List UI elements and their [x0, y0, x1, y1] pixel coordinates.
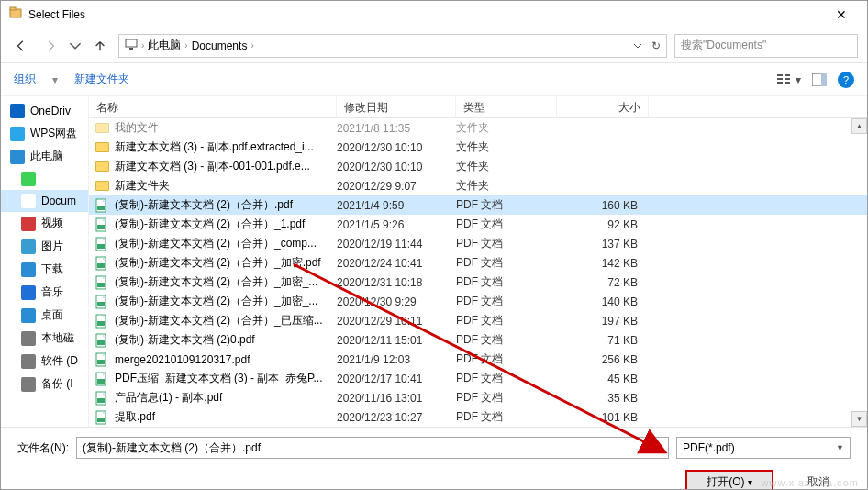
sidebar-item-icon [21, 217, 36, 231]
file-row[interactable]: (复制)-新建文本文档 (2)（合并）.pdf2021/1/4 9:59PDF … [89, 195, 867, 215]
close-button[interactable]: ✕ [823, 7, 860, 22]
file-size: 72 KB [557, 276, 643, 289]
file-row[interactable]: 新建文本文档 (3) - 副本-001-001.pdf.e...2020/12/… [89, 157, 867, 176]
sidebar-item-icon [21, 239, 36, 254]
file-row[interactable]: (复制)-新建文本文档 (2)0.pdf2020/12/11 15:01PDF … [89, 330, 867, 350]
file-name: 产品信息(1) - 副本.pdf [115, 390, 222, 406]
title-bar: Select Files ✕ [1, 1, 867, 28]
sidebar-item[interactable]: 软件 (D [1, 350, 88, 373]
file-size: 142 KB [557, 257, 643, 270]
svg-rect-8 [785, 78, 790, 80]
file-size: 197 KB [557, 315, 643, 328]
file-type: PDF 文档 [456, 255, 557, 271]
svg-rect-5 [777, 78, 783, 80]
file-row[interactable]: (复制)-新建文本文档 (2)（合并）_comp...2020/12/19 11… [89, 234, 867, 253]
sidebar-item-label: 下载 [41, 262, 63, 277]
sidebar-item[interactable]: OneDriv [1, 100, 88, 122]
file-name: (复制)-新建文本文档 (2)（合并）_加密_... [115, 294, 317, 309]
file-row[interactable]: 我的文件2021/1/8 11:35文件夹 [89, 118, 867, 138]
file-row[interactable]: (复制)-新建文本文档 (2)（合并）_已压缩...2020/12/29 10:… [89, 311, 867, 330]
address-dropdown[interactable] [633, 41, 642, 50]
sidebar-item[interactable]: 下载 [1, 258, 88, 281]
pdf-file-icon [95, 256, 109, 271]
file-name: (复制)-新建文本文档 (2)（合并）_已压缩... [115, 313, 323, 329]
computer-icon [125, 38, 138, 53]
file-date: 2020/12/30 10:10 [337, 141, 456, 154]
file-row[interactable]: 新建文件夹2020/12/29 9:07文件夹 [89, 176, 867, 195]
file-size: 45 KB [557, 373, 643, 385]
file-row[interactable]: 新建文本文档 (3) - 副本.pdf.extracted_i...2020/1… [89, 138, 867, 157]
breadcrumb-segment[interactable]: Documents [192, 39, 248, 52]
column-date[interactable]: 修改日期 [337, 96, 456, 117]
pdf-file-icon [95, 333, 109, 348]
preview-pane-button[interactable] [812, 73, 827, 86]
file-row[interactable]: (复制)-新建文本文档 (2)（合并）_1.pdf2021/1/5 9:26PD… [89, 215, 867, 234]
file-row[interactable]: (复制)-新建文本文档 (2)（合并）_加密_...2020/12/30 9:2… [89, 292, 867, 311]
file-row[interactable]: (复制)-新建文本文档 (2)（合并）_加密_...2020/12/31 10:… [89, 273, 867, 292]
pdf-file-icon [95, 352, 109, 367]
sidebar-item[interactable]: 此电脑 [1, 145, 88, 168]
address-bar[interactable]: › 此电脑 › Documents › ↻ [118, 34, 667, 58]
file-name: (复制)-新建文本文档 (2)（合并）.pdf [115, 197, 293, 213]
column-size[interactable]: 大小 [557, 96, 649, 117]
sidebar-item-icon [21, 308, 36, 323]
sidebar-item-label: 音乐 [41, 284, 63, 300]
view-options-button[interactable]: ▾ [777, 73, 801, 86]
sidebar-item[interactable]: 视频 [1, 212, 88, 235]
sidebar-item-label: 软件 (D [41, 353, 78, 369]
sidebar-item-label: OneDriv [30, 105, 71, 117]
file-name: (复制)-新建文本文档 (2)（合并）_加密_... [115, 274, 317, 290]
file-type-filter[interactable]: PDF(*.pdf) ▼ [676, 437, 851, 459]
sidebar-item[interactable]: Docum [1, 190, 88, 212]
new-folder-button[interactable]: 新建文件夹 [74, 72, 129, 87]
back-button[interactable] [10, 35, 32, 57]
file-name: (复制)-新建文本文档 (2)（合并）_加密.pdf [115, 255, 321, 271]
chevron-right-icon: › [184, 40, 187, 50]
file-type: PDF 文档 [456, 236, 557, 251]
file-row[interactable]: merge20210109120317.pdf2021/1/9 12:03PDF… [89, 350, 867, 369]
file-name: (复制)-新建文本文档 (2)（合并）_comp... [115, 236, 317, 251]
file-size: 137 KB [557, 238, 643, 251]
file-list: ▲ ▼ 我的文件2021/1/8 11:35文件夹新建文本文档 (3) - 副本… [89, 118, 867, 427]
file-type: PDF 文档 [456, 313, 557, 329]
column-name[interactable]: 名称 [89, 96, 337, 117]
sidebar-item-label: 本地磁 [41, 330, 74, 346]
dialog-footer: 文件名(N): PDF(*.pdf) ▼ 打开(O) ▾ 取消 [1, 427, 867, 490]
file-date: 2020/12/23 10:27 [337, 411, 456, 424]
file-date: 2020/12/29 10:11 [337, 315, 456, 328]
file-type: PDF 文档 [456, 409, 557, 425]
filename-input[interactable] [76, 437, 669, 459]
scroll-down-button[interactable]: ▼ [851, 411, 867, 427]
breadcrumb-segment[interactable]: 此电脑 [148, 38, 181, 53]
sidebar-item[interactable]: 备份 (I [1, 373, 88, 395]
sidebar-item[interactable]: 音乐 [1, 281, 88, 304]
svg-rect-21 [97, 283, 105, 287]
pdf-file-icon [95, 391, 109, 406]
help-button[interactable]: ? [838, 72, 854, 88]
svg-rect-19 [97, 263, 105, 268]
file-row[interactable]: 提取.pdf2020/12/23 10:27PDF 文档101 KB [89, 407, 867, 427]
file-row[interactable]: (复制)-新建文本文档 (2)（合并）_加密.pdf2020/12/24 10:… [89, 253, 867, 273]
forward-button[interactable] [39, 35, 61, 57]
recent-dropdown[interactable] [69, 35, 82, 57]
svg-rect-4 [777, 74, 783, 76]
pdf-file-icon [95, 295, 109, 309]
app-icon [8, 6, 23, 23]
file-row[interactable]: PDF压缩_新建文本文档 (3) - 副本_赤兔P...2020/12/17 1… [89, 369, 867, 388]
sidebar-item[interactable]: 桌面 [1, 304, 88, 327]
column-type[interactable]: 类型 [456, 96, 557, 117]
sidebar-item[interactable]: 本地磁 [1, 327, 88, 350]
file-size: 140 KB [557, 295, 643, 308]
file-type: PDF 文档 [456, 197, 557, 213]
up-button[interactable] [89, 35, 111, 57]
organize-menu[interactable]: 组织 [14, 72, 36, 87]
sidebar-item[interactable]: WPS网盘 [1, 122, 88, 145]
refresh-button[interactable]: ↻ [651, 39, 661, 52]
file-row[interactable]: 产品信息(1) - 副本.pdf2020/11/16 13:01PDF 文档35… [89, 388, 867, 407]
sidebar-item[interactable] [1, 168, 88, 190]
sidebar-item-icon [21, 377, 36, 392]
search-input[interactable]: 搜索"Documents" [674, 34, 858, 58]
file-name: (复制)-新建文本文档 (2)0.pdf [115, 332, 255, 348]
svg-rect-3 [129, 48, 133, 50]
sidebar-item[interactable]: 图片 [1, 235, 88, 258]
